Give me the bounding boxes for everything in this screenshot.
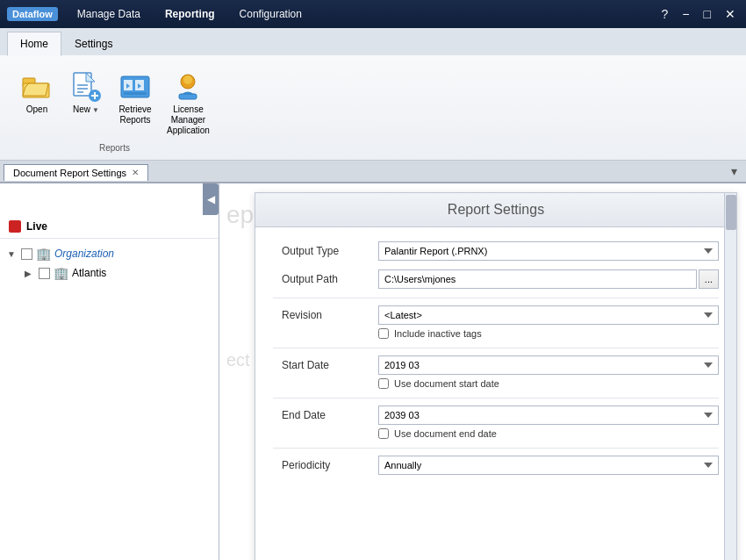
new-dropdown-arrow[interactable]: ▼ (92, 106, 99, 114)
revision-label: Revision (273, 305, 378, 321)
scrollbar-track[interactable] (724, 193, 736, 560)
svg-point-14 (183, 75, 192, 84)
minimize-button[interactable]: − (678, 7, 692, 21)
new-label: New (73, 104, 90, 115)
doc-tab-label: Document Report Settings (13, 168, 126, 178)
include-inactive-tags-label: Include inactive tags (394, 328, 482, 339)
revision-select[interactable]: <Latest> (378, 305, 719, 325)
end-date-row: End Date 2039 03 Use document end date (273, 406, 719, 439)
tree-children: ▶ 🏢 Atlantis (4, 263, 215, 283)
start-date-select[interactable]: 2019 03 (378, 355, 719, 375)
end-date-select[interactable]: 2039 03 (378, 406, 719, 425)
output-path-input-group: ... (378, 269, 719, 289)
tree-item-organization[interactable]: ▼ 🏢 Organization (4, 244, 215, 263)
live-indicator: Live (0, 215, 219, 239)
tab-home[interactable]: Home (7, 32, 61, 56)
start-date-label: Start Date (273, 355, 378, 371)
report-settings-panel: Report Settings Output Type Palantir Rep… (255, 192, 737, 560)
report-settings-title: Report Settings (255, 193, 736, 227)
reports-group-label: Reports (99, 140, 130, 153)
left-panel: ◀ Live ▼ 🏢 Organization ▶ 🏢 Atlantis (0, 183, 219, 560)
open-icon (19, 69, 54, 104)
nav-configuration[interactable]: Configuration (234, 4, 307, 24)
use-doc-start-date-label: Use document start date (394, 378, 499, 389)
nav-reporting[interactable]: Reporting (160, 4, 220, 24)
license-manager-icon (170, 69, 205, 104)
app-logo: Dataflow (7, 7, 58, 21)
new-button[interactable]: New ▼ (63, 66, 109, 118)
end-date-label: End Date (273, 406, 378, 421)
scrollbar-thumb (726, 195, 736, 230)
output-type-controls: Palantir Report (.PRNX)PDFExcelCSV (378, 241, 719, 261)
org-expand-icon[interactable]: ▼ (7, 249, 18, 259)
browse-button[interactable]: ... (699, 269, 719, 289)
revision-row: Revision <Latest> Include inactive tags (273, 305, 719, 339)
periodicity-label: Periodicity (273, 456, 378, 471)
periodicity-select[interactable]: AnnuallyMonthlyQuarterlyWeeklyDaily (378, 456, 719, 475)
close-button[interactable]: ✕ (721, 7, 739, 21)
use-doc-end-date-checkbox[interactable] (378, 428, 389, 439)
use-doc-end-date-row: Use document end date (378, 428, 719, 439)
settings-form: Output Type Palantir Report (.PRNX)PDFEx… (255, 227, 736, 560)
ribbon-group-reports: Open (7, 59, 222, 156)
nav-manage-data[interactable]: Manage Data (72, 4, 146, 24)
ribbon-content: Open (0, 55, 746, 160)
divider-3 (273, 398, 719, 398)
retrieve-reports-button[interactable]: RetrieveReports (112, 66, 158, 129)
collapse-icon: ◀ (207, 193, 215, 205)
use-doc-end-date-label: Use document end date (394, 428, 497, 439)
live-label: Live (26, 220, 47, 233)
live-dot (9, 220, 21, 233)
org-label: Organization (54, 248, 114, 260)
title-nav: Manage Data Reporting Configuration (72, 4, 658, 24)
start-date-controls: 2019 03 Use document start date (378, 355, 719, 389)
divider-2 (273, 348, 719, 348)
output-path-row: Output Path ... (273, 269, 719, 289)
output-type-label: Output Type (273, 241, 378, 257)
tree-area: ▼ 🏢 Organization ▶ 🏢 Atlantis (0, 239, 219, 560)
ribbon: Home Settings Open (0, 28, 746, 161)
doc-tab-close-icon[interactable]: ✕ (132, 168, 139, 177)
doc-tab-report-settings[interactable]: Document Report Settings ✕ (4, 164, 148, 181)
license-manager-button[interactable]: LicenseManagerApplication (161, 66, 215, 140)
atlantis-expand-icon[interactable]: ▶ (25, 269, 35, 278)
ribbon-tabs: Home Settings (0, 28, 746, 55)
output-path-label: Output Path (273, 269, 378, 285)
include-inactive-tags-row: Include inactive tags (378, 328, 719, 339)
collapse-arrow[interactable]: ◀ (203, 183, 219, 215)
org-checkbox[interactable] (21, 248, 32, 260)
divider-1 (273, 298, 719, 298)
retrieve-reports-icon (118, 69, 153, 104)
tree-item-atlantis[interactable]: ▶ 🏢 Atlantis (21, 263, 215, 283)
start-date-row: Start Date 2019 03 Use document start da… (273, 355, 719, 389)
end-date-controls: 2039 03 Use document end date (378, 406, 719, 439)
maximize-button[interactable]: □ (700, 7, 714, 21)
doc-tabs: Document Report Settings ✕ ▾ (0, 161, 746, 183)
svg-rect-15 (179, 94, 197, 99)
retrieve-reports-label: RetrieveReports (118, 104, 151, 126)
use-doc-start-date-checkbox[interactable] (378, 378, 389, 389)
output-path-controls: ... (378, 269, 719, 289)
window-controls: ? − □ ✕ (658, 7, 739, 21)
output-type-select[interactable]: Palantir Report (.PRNX)PDFExcelCSV (378, 241, 719, 261)
help-button[interactable]: ? (658, 7, 672, 21)
title-bar: Dataflow Manage Data Reporting Configura… (0, 0, 746, 28)
atlantis-icon: 🏢 (54, 266, 68, 280)
tab-settings[interactable]: Settings (61, 32, 126, 55)
revision-controls: <Latest> Include inactive tags (378, 305, 719, 339)
divider-4 (273, 448, 719, 449)
include-inactive-tags-checkbox[interactable] (378, 328, 389, 339)
periodicity-controls: AnnuallyMonthlyQuarterlyWeeklyDaily (378, 456, 719, 475)
output-type-row: Output Type Palantir Report (.PRNX)PDFEx… (273, 241, 719, 261)
atlantis-checkbox[interactable] (39, 268, 50, 279)
pin-button[interactable]: ▾ (726, 162, 742, 180)
svg-rect-12 (124, 92, 147, 95)
right-panel: epo ect R Report Settings Output Type Pa… (219, 183, 746, 560)
new-icon (68, 69, 104, 104)
open-button[interactable]: Open (14, 66, 60, 118)
atlantis-label: Atlantis (72, 267, 106, 279)
use-doc-start-date-row: Use document start date (378, 378, 719, 389)
open-label: Open (26, 104, 47, 115)
ribbon-group-items: Open (14, 62, 215, 140)
output-path-input[interactable] (378, 269, 697, 289)
